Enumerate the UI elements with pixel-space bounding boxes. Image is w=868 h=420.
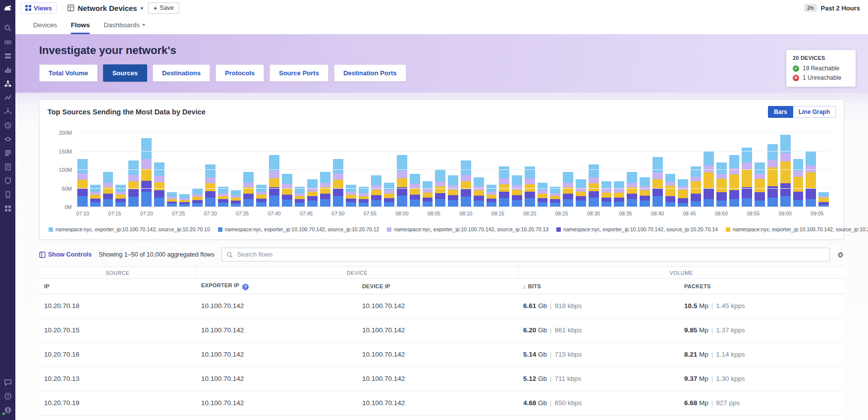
device-ip-cell[interactable]: 10.100.70.142 <box>357 294 518 318</box>
synthetics-icon[interactable] <box>0 118 15 132</box>
filter-sources[interactable]: Sources <box>103 64 147 82</box>
bar-08:06[interactable] <box>435 170 445 207</box>
workflows-icon[interactable] <box>0 146 15 160</box>
bar-08:28[interactable] <box>576 179 586 207</box>
device-ip-cell[interactable]: 10.100.70.142 <box>357 367 518 391</box>
service-map-icon[interactable] <box>0 105 15 118</box>
bar-08:46[interactable] <box>691 166 701 208</box>
bar-07:26[interactable] <box>179 194 190 207</box>
bar-07:48[interactable] <box>320 172 330 207</box>
table-row[interactable]: 10.20.70.1610.100.70.14210.100.70.1425.1… <box>39 342 844 367</box>
table-row[interactable]: 10.20.70.1310.100.70.14210.100.70.1425.1… <box>39 367 844 391</box>
bar-07:30[interactable] <box>205 164 216 207</box>
bar-08:48[interactable] <box>704 152 714 208</box>
chat-icon[interactable] <box>0 375 15 389</box>
table-row[interactable]: 10.20.70.1910.100.70.14210.100.70.1424.6… <box>39 391 844 415</box>
device-ip-cell[interactable]: 10.100.70.142 <box>357 318 518 342</box>
bar-07:46[interactable] <box>307 179 318 207</box>
device-ip-cell[interactable]: 10.100.70.142 <box>357 415 518 420</box>
save-button[interactable]: + Save <box>148 2 179 14</box>
metrics-icon[interactable] <box>0 63 15 77</box>
bar-07:28[interactable] <box>192 189 203 208</box>
time-range-picker[interactable]: 2h Past 2 Hours <box>804 4 860 12</box>
legend-item[interactable]: namespace:nyc, exporter_ip:10.100.70.142… <box>726 226 868 232</box>
bar-08:34[interactable] <box>614 181 624 208</box>
legend-item[interactable]: namespace:nyc, exporter_ip:10.100.70.142… <box>218 226 380 232</box>
bar-07:50[interactable] <box>333 159 343 208</box>
toggle-bars[interactable]: Bars <box>768 106 793 118</box>
source-ip-cell[interactable]: 10.20.70.19 <box>39 391 196 415</box>
column-header-bits[interactable]: ↓BITS <box>518 279 679 294</box>
bar-08:10[interactable] <box>461 160 471 207</box>
bar-07:18[interactable] <box>128 160 139 207</box>
exporter-ip-cell[interactable]: 10.100.70.142 <box>196 415 357 420</box>
bar-07:42[interactable] <box>282 174 292 208</box>
table-row[interactable]: 10.20.70.1510.100.70.14210.100.70.1426.2… <box>39 318 844 342</box>
tab-flows[interactable]: Flows <box>71 16 90 34</box>
bar-07:54[interactable] <box>359 187 369 207</box>
bar-08:32[interactable] <box>601 181 612 208</box>
integrations-icon[interactable] <box>0 202 15 215</box>
apm-icon[interactable] <box>0 91 15 105</box>
bar-08:22[interactable] <box>538 183 548 207</box>
bar-08:52[interactable] <box>729 155 740 207</box>
source-ip-cell[interactable]: 10.20.70.10 <box>39 415 196 420</box>
rum-icon[interactable] <box>0 188 15 202</box>
table-row[interactable]: 10.20.70.1010.100.70.14210.100.70.1424.5… <box>39 415 844 420</box>
bar-08:18[interactable] <box>512 175 522 207</box>
watchdog-icon[interactable] <box>0 35 15 49</box>
column-header-device-ip[interactable]: DEVICE IP <box>357 279 518 294</box>
tab-devices[interactable]: Devices <box>33 16 57 34</box>
network-icon[interactable] <box>0 77 15 91</box>
bar-09:02[interactable] <box>793 159 804 208</box>
exporter-ip-cell[interactable]: 10.100.70.142 <box>196 367 357 391</box>
filter-total-volume[interactable]: Total Volume <box>39 64 98 82</box>
search-icon[interactable] <box>0 21 15 35</box>
bar-08:30[interactable] <box>589 164 599 207</box>
column-header-exporter-ip[interactable]: EXPORTER IP? <box>196 279 357 294</box>
help-icon[interactable]: ? <box>242 284 249 290</box>
gear-icon[interactable] <box>837 251 844 259</box>
bar-08:08[interactable] <box>448 175 458 207</box>
devices-summary-card[interactable]: 20 DEVICES ✓19 Reachable✕1 Unreachable <box>786 50 856 87</box>
table-row[interactable]: 10.20.70.1810.100.70.14210.100.70.1426.6… <box>39 294 844 318</box>
views-button[interactable]: Views <box>20 2 57 14</box>
bar-07:44[interactable] <box>295 187 305 207</box>
security-icon[interactable] <box>0 174 15 188</box>
bar-08:54[interactable] <box>742 148 752 207</box>
bar-08:16[interactable] <box>499 166 509 208</box>
bar-07:32[interactable] <box>218 187 228 207</box>
bar-07:24[interactable] <box>167 192 177 207</box>
device-status-error[interactable]: ✕1 Unreachable <box>793 74 849 81</box>
exporter-ip-cell[interactable]: 10.100.70.142 <box>196 391 357 415</box>
bar-07:34[interactable] <box>231 190 241 207</box>
device-status-ok[interactable]: ✓19 Reachable <box>793 65 849 72</box>
legend-item[interactable]: namespace:nyc, exporter_ip:10.100.70.142… <box>556 226 718 232</box>
bar-08:44[interactable] <box>678 179 688 207</box>
bar-07:36[interactable] <box>243 172 254 207</box>
bar-08:26[interactable] <box>563 172 573 207</box>
bar-08:04[interactable] <box>423 181 433 208</box>
show-controls-button[interactable]: Show Controls <box>39 251 92 258</box>
bar-08:24[interactable] <box>550 187 560 207</box>
column-header-ip[interactable]: IP <box>39 279 196 294</box>
view-title-dropdown[interactable]: Network Devices ▾ <box>67 4 143 12</box>
bar-08:40[interactable] <box>652 157 663 207</box>
bar-09:06[interactable] <box>818 192 829 207</box>
source-ip-cell[interactable]: 10.20.70.18 <box>39 294 196 318</box>
bar-09:04[interactable] <box>806 152 816 208</box>
filter-destinations[interactable]: Destinations <box>153 64 210 82</box>
ci-pipelines-icon[interactable] <box>0 132 15 146</box>
help-icon[interactable]: ? <box>0 389 15 403</box>
bar-08:00[interactable] <box>397 155 407 207</box>
bar-07:10[interactable] <box>77 159 88 208</box>
bar-08:02[interactable] <box>410 174 420 208</box>
source-ip-cell[interactable]: 10.20.70.13 <box>39 367 196 391</box>
bar-07:56[interactable] <box>371 175 381 207</box>
bar-09:00[interactable] <box>780 135 791 207</box>
bar-07:20[interactable] <box>141 138 152 207</box>
bar-08:36[interactable] <box>627 172 637 207</box>
source-ip-cell[interactable]: 10.20.70.16 <box>39 342 196 367</box>
source-ip-cell[interactable]: 10.20.70.15 <box>39 318 196 342</box>
legend-item[interactable]: namespace:nyc, exporter_ip:10.100.70.142… <box>387 226 548 232</box>
